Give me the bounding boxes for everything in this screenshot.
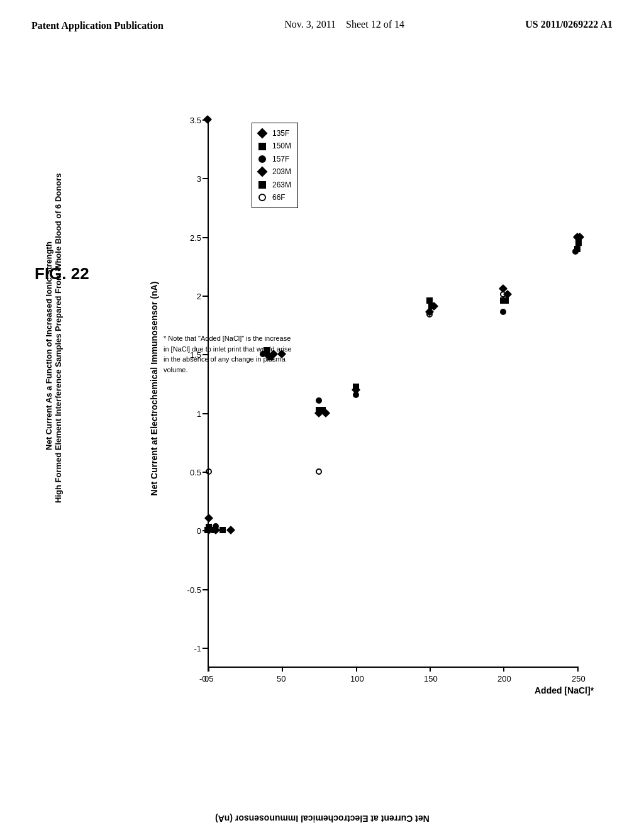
x-tick-100 <box>356 667 357 672</box>
y-tick-3 <box>203 178 208 179</box>
y-tick-2 <box>203 296 208 297</box>
data-263M-3 <box>319 407 326 413</box>
x-label-0: 0 <box>204 674 209 683</box>
y-label--1: -1 <box>182 644 201 653</box>
y-axis-line <box>208 119 209 667</box>
y-tick-1 <box>203 413 208 414</box>
data-66F-4 <box>500 291 506 297</box>
data-157F-7 <box>500 309 506 315</box>
legend-symbol-263M <box>258 181 266 189</box>
data-150M-4 <box>353 384 359 390</box>
data-157F-3 <box>316 397 322 404</box>
data-66F-2 <box>316 468 322 475</box>
bottom-axis-label-wrap: Net Current at Electrochemical Immunosen… <box>0 814 644 824</box>
data-157F-5 <box>213 523 219 529</box>
publication-date-sheet: Nov. 3, 2011 Sheet 12 of 14 <box>284 19 404 30</box>
y-label-2: 2 <box>182 292 201 301</box>
legend-label-203M: 203M <box>272 165 291 178</box>
y-tick--0_5 <box>203 589 208 590</box>
data-135F-1 <box>203 115 212 124</box>
y-label-3: 3 <box>182 174 201 184</box>
y-tick-2_5 <box>203 237 208 238</box>
legend-label-66F: 66F <box>272 191 286 204</box>
data-66F-1 <box>206 468 212 475</box>
x-tick-250 <box>577 667 579 672</box>
y-label-1: 1 <box>182 409 201 419</box>
legend-label-150M: 150M <box>272 140 291 152</box>
legend-item-263M: 263M <box>258 179 291 191</box>
data-157F-4 <box>353 392 359 398</box>
legend-label-263M: 263M <box>272 179 291 191</box>
y-label-0: 0 <box>182 526 201 536</box>
page-header: Patent Application Publication Nov. 3, 2… <box>0 0 644 33</box>
legend-item-135F: 135F <box>258 127 291 140</box>
data-203M-2 <box>204 514 213 523</box>
data-66F-3 <box>426 311 433 318</box>
chart-legend: 135F 150M 157F 203M 263M 66F <box>252 123 298 208</box>
x-tick-200 <box>503 667 504 672</box>
x-label-100: 100 <box>350 674 364 683</box>
y-axis-rotated-title: Net Current at Electrochemical Immunosen… <box>149 282 159 496</box>
data-150M-6 <box>219 527 226 533</box>
legend-label-157F: 157F <box>272 153 289 165</box>
legend-item-66F: 66F <box>258 191 291 204</box>
x-tick-0 <box>208 667 209 672</box>
legend-item-150M: 150M <box>258 140 291 152</box>
bottom-axis-label: Net Current at Electrochemical Immunosen… <box>215 814 430 824</box>
y-label-3_5: 3.5 <box>182 116 201 125</box>
x-label-50: 50 <box>277 674 286 683</box>
legend-symbol-157F <box>258 155 266 163</box>
y-axis-title: Net Current As a Function of Increased I… <box>44 189 63 503</box>
legend-symbol-150M <box>258 143 266 150</box>
x-tick-150 <box>430 667 431 672</box>
publication-title: Patent Application Publication <box>31 19 164 33</box>
data-263M-6 <box>575 240 582 246</box>
x-label-150: 150 <box>424 674 438 683</box>
patent-number: US 2011/0269222 A1 <box>525 19 613 30</box>
legend-symbol-203M <box>257 167 268 177</box>
y-tick--1 <box>203 648 208 649</box>
data-135F-7 <box>226 526 235 534</box>
legend-symbol-66F <box>258 194 266 201</box>
data-157F-8 <box>572 248 579 255</box>
x-axis-title: Added [NaCl]* <box>535 685 594 695</box>
chart-area: 3.5 3 2.5 2 1.5 1 0.5 0 -0.5 -1 -0.5 0 5… <box>157 101 604 717</box>
x-label-250: 250 <box>572 674 586 683</box>
x-axis-line <box>208 667 579 668</box>
x-tick-50 <box>282 667 283 672</box>
data-263M-5 <box>502 297 509 304</box>
y-label--0_5: -0.5 <box>182 585 201 595</box>
legend-label-135F: 135F <box>272 127 289 140</box>
data-263M-1 <box>206 524 212 530</box>
legend-symbol-135F <box>257 128 268 139</box>
legend-item-203M: 203M <box>258 165 291 178</box>
y-label-0_5: 0.5 <box>182 468 201 477</box>
chart-annotation: * Note that "Added [NaCl]" is the increa… <box>164 333 296 375</box>
data-263M-4 <box>428 303 435 309</box>
data-66F-5 <box>574 234 580 240</box>
legend-item-157F: 157F <box>258 153 291 165</box>
y-label-2_5: 2.5 <box>182 233 201 243</box>
x-label-200: 200 <box>497 674 511 683</box>
